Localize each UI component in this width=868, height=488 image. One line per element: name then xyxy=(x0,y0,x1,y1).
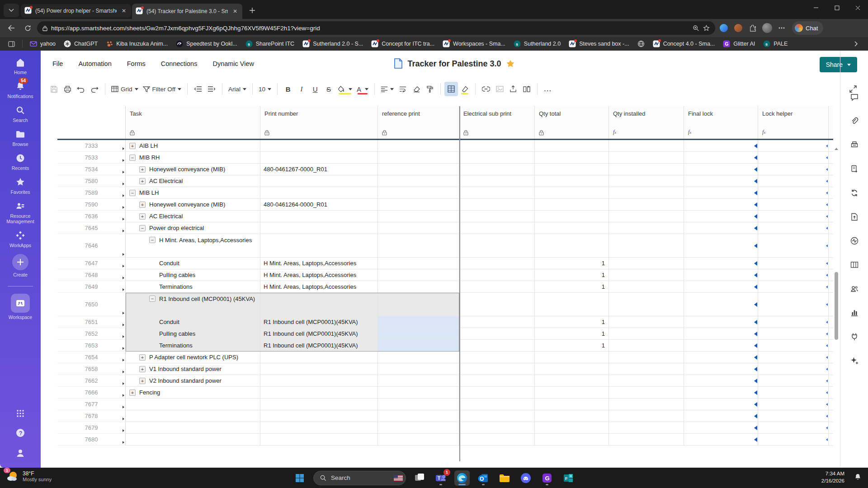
bookmark-item[interactable]: ChatGPT xyxy=(60,39,101,49)
bookmark-item[interactable]: Steves sand box -... xyxy=(565,39,632,49)
cell-reference-print[interactable] xyxy=(378,387,459,399)
cell-reference-print[interactable] xyxy=(378,399,459,410)
bookmark-item[interactable]: Concept for ITC tra... xyxy=(368,39,438,49)
cell-qty-installed[interactable] xyxy=(609,152,684,164)
cell-task[interactable]: +Honeywell conveyance (MIB) xyxy=(126,164,260,175)
strikethrough-button[interactable]: S xyxy=(322,82,335,96)
wrap-text-icon[interactable] xyxy=(396,82,410,96)
cell-qty-installed[interactable] xyxy=(609,328,684,340)
sidebar-item-browse[interactable]: Browse xyxy=(0,129,41,147)
cell-task[interactable] xyxy=(126,399,260,410)
sidebar-create-button[interactable]: Create xyxy=(0,254,41,277)
cell-qty-total[interactable] xyxy=(535,234,609,258)
cell-qty-installed[interactable] xyxy=(609,434,684,446)
new-tab-button[interactable] xyxy=(246,4,259,17)
cell-final-lock[interactable] xyxy=(684,281,758,293)
cell-qty-total[interactable] xyxy=(535,152,609,164)
sidebar-item-favorites[interactable]: Favorites xyxy=(0,177,41,195)
row-number[interactable]: 7679 xyxy=(57,422,126,434)
rail-sync-icon[interactable] xyxy=(846,184,863,202)
cell-print-number[interactable] xyxy=(260,352,378,363)
rail-ai-sparkles-icon[interactable] xyxy=(846,352,863,369)
expand-toggle[interactable]: + xyxy=(129,143,136,149)
back-icon[interactable] xyxy=(5,21,18,35)
apps-grid-icon[interactable] xyxy=(16,409,25,418)
cell-final-lock[interactable] xyxy=(684,363,758,375)
cell-task[interactable] xyxy=(126,422,260,434)
cell-print-number[interactable] xyxy=(260,363,378,375)
cell-reference-print[interactable] xyxy=(378,211,459,222)
cell-qty-installed[interactable] xyxy=(609,316,684,328)
taskbar-app-edge[interactable] xyxy=(454,470,470,486)
cell-qty-installed[interactable] xyxy=(609,234,684,258)
rail-activity-log-icon[interactable] xyxy=(846,232,863,249)
cell-task[interactable]: +V2 Inbound standard power xyxy=(126,375,260,387)
taskbar-app-teams[interactable]: T1 xyxy=(433,470,448,486)
collapse-toggle[interactable]: − xyxy=(129,190,136,196)
cell-task[interactable]: Conduit xyxy=(126,258,260,269)
maximize-icon[interactable] xyxy=(826,0,847,15)
cell-lock-helper[interactable] xyxy=(758,199,829,211)
frozen-column-divider[interactable] xyxy=(459,106,460,461)
cell-qty-installed[interactable] xyxy=(609,281,684,293)
cell-reference-print[interactable] xyxy=(378,234,459,258)
bookmark-item[interactable]: sSharePoint ITC xyxy=(242,39,298,49)
cell-task[interactable]: −MIB LH xyxy=(126,187,260,199)
cell-qty-installed[interactable] xyxy=(609,352,684,363)
cell-lock-helper[interactable] xyxy=(758,422,829,434)
more-options-icon[interactable]: ... xyxy=(541,82,555,96)
cell-link-icon[interactable] xyxy=(479,82,493,96)
row-number[interactable]: 7645 xyxy=(57,222,126,234)
undo-icon[interactable] xyxy=(74,82,88,96)
cell-qty-installed[interactable] xyxy=(609,222,684,234)
view-selector[interactable]: Grid xyxy=(109,82,141,96)
expand-toggle[interactable]: + xyxy=(139,213,146,220)
sidebar-item-search[interactable]: Search xyxy=(0,105,41,123)
row-number[interactable]: 7333 xyxy=(57,140,126,152)
cell-qty-total[interactable]: 1 xyxy=(535,258,609,269)
clear-format-icon[interactable] xyxy=(410,82,423,96)
cell-final-lock[interactable] xyxy=(684,164,758,175)
underline-button[interactable]: U xyxy=(308,82,322,96)
row-number[interactable]: 7589 xyxy=(57,187,126,199)
row-number[interactable]: 7651 xyxy=(57,316,126,328)
cell-print-number[interactable] xyxy=(260,234,378,258)
zoom-in-icon[interactable] xyxy=(693,25,699,32)
browser-tab-2[interactable]: (54) Tracker for Palestine 3.0 - Sma✕ xyxy=(132,4,242,19)
cell-lock-helper[interactable] xyxy=(758,293,829,316)
cell-qty-total[interactable] xyxy=(535,352,609,363)
collapse-toggle[interactable]: − xyxy=(149,296,156,302)
column-header-reference-print[interactable]: reference print xyxy=(378,106,459,139)
cell-task[interactable] xyxy=(126,410,260,422)
cell-lock-helper[interactable] xyxy=(758,340,829,352)
cell-print-number[interactable] xyxy=(260,422,378,434)
cell-electrical-sub-print[interactable] xyxy=(459,187,535,199)
bookmark-item[interactable]: sPALE xyxy=(760,39,791,49)
row-number[interactable]: 7653 xyxy=(57,340,126,352)
rail-connections-icon[interactable] xyxy=(846,328,863,345)
bookmark-star-icon[interactable] xyxy=(703,25,710,32)
cell-task[interactable]: Pulling cables xyxy=(126,269,260,281)
cell-qty-installed[interactable] xyxy=(609,293,684,316)
cell-qty-installed[interactable] xyxy=(609,187,684,199)
save-icon[interactable] xyxy=(47,82,61,96)
copilot-icon[interactable] xyxy=(718,22,730,34)
cell-final-lock[interactable] xyxy=(684,234,758,258)
cell-electrical-sub-print[interactable] xyxy=(459,152,535,164)
row-number[interactable]: 7666 xyxy=(57,387,126,399)
cell-final-lock[interactable] xyxy=(684,340,758,352)
cell-print-number[interactable] xyxy=(260,387,378,399)
help-icon[interactable]: ? xyxy=(15,428,25,438)
cell-final-lock[interactable] xyxy=(684,140,758,152)
cell-qty-installed[interactable] xyxy=(609,387,684,399)
taskbar-app-forms[interactable]: F xyxy=(561,470,576,486)
cell-reference-print[interactable] xyxy=(378,164,459,175)
sidebar-workspace-button[interactable]: Workspace xyxy=(0,294,41,320)
cell-qty-installed[interactable] xyxy=(609,363,684,375)
cell-task[interactable]: Terminations xyxy=(126,281,260,293)
cell-final-lock[interactable] xyxy=(684,211,758,222)
cell-reference-print[interactable] xyxy=(378,352,459,363)
cell-qty-installed[interactable] xyxy=(609,140,684,152)
cell-final-lock[interactable] xyxy=(684,199,758,211)
row-number[interactable]: 7662 xyxy=(57,375,126,387)
